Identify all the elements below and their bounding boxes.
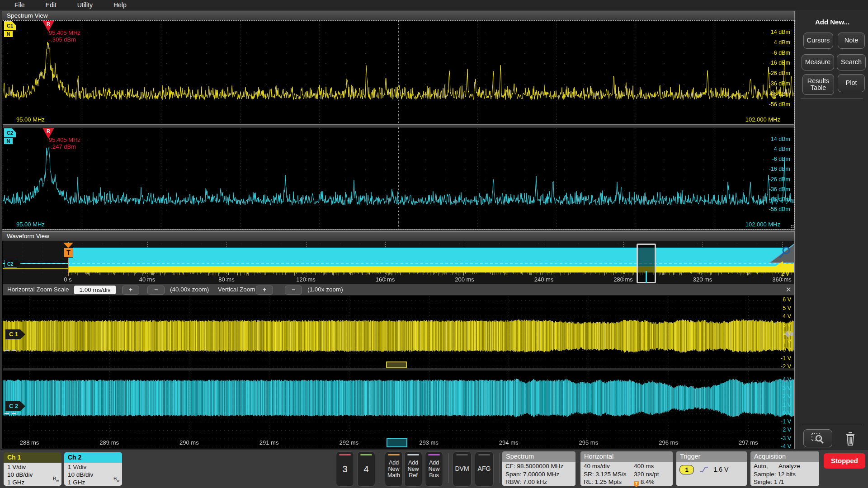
rbw-value: RBW: 7.00 kHz [505,478,576,486]
channel-badge-ch-2[interactable]: Ch 21 V/div10 dB/div1 GHzBw [64,452,122,486]
menu-utility[interactable]: Utility [71,1,99,9]
add-new-note-button[interactable]: Note [838,33,865,49]
horizontal-zoom-out-button[interactable]: − [147,286,165,295]
dbm-label: 4 dBm [774,146,790,152]
button-label: Add New Math [385,460,402,479]
zoom-mode-button[interactable] [803,429,832,447]
button-group-divider [448,453,448,483]
trash-icon[interactable] [844,430,857,446]
menu-file[interactable]: File [8,1,31,9]
status-bar: Ch 11 V/div10 dB/div1 GHzBwCh 21 V/div10… [0,449,868,488]
trigger-position-marker[interactable]: T [63,243,73,257]
zoom-window-selector[interactable] [637,244,656,283]
spectrum-view-title-text: Spectrum View [7,12,48,19]
dbm-label: -6 dBm [772,50,790,56]
dbm-label: -46 dBm [769,196,790,202]
dbm-label: -56 dBm [769,101,790,108]
horizontal-zoom-scale-value[interactable]: 1.00 ms/div [74,286,116,294]
acquisition-settings-panel[interactable]: Acquisition Auto,Analyze Sample: 12 bits… [750,451,819,486]
add-new-math-button[interactable]: Add New Math [385,451,403,487]
dbm-label: 14 dBm [771,136,790,142]
dbm-label: -6 dBm [772,156,790,162]
record-length-value: RL: 1.25 Mpts [584,479,622,485]
dbm-label: -16 dBm [769,60,790,66]
dbm-label: -26 dBm [769,70,790,76]
add-new-cursors-button[interactable]: Cursors [803,33,833,49]
panel-resize-grip[interactable] [791,225,795,230]
zoomed-time-label: 296 ms [655,439,682,446]
add-new-search-button[interactable]: Search [837,54,866,70]
acquisition-mode: Auto, [754,463,768,469]
channel-scale: 1 V/div [68,463,122,471]
run-state-button[interactable]: Stopped [824,453,865,469]
button-color-stripe [456,454,468,455]
waveform-trace-ch2 [3,371,794,448]
channel-badge-ch-1[interactable]: Ch 11 V/div10 dB/div1 GHzBw [4,452,61,486]
add-new-bus-button[interactable]: Add New Bus [425,451,443,487]
spectrum-view-title: Spectrum View [2,11,794,21]
add-new-plot-button[interactable]: Plot [838,74,865,92]
overview-waveform [3,241,794,284]
horizontal-settings-panel[interactable]: Horizontal 40 ms/div400 ms SR: 3.125 MS/… [580,451,673,486]
overview-time-label: 280 ms [611,276,636,283]
dbm-label: -26 dBm [769,176,790,183]
add-new-results-table-button[interactable]: Results Table [802,74,834,95]
marker-frequency: 95.405 MHz [49,136,80,143]
acquisition-panel-title: Acquisition [750,451,819,462]
afg-button[interactable]: AFG [475,451,494,487]
horizontal-zoom-factor: (40.00x zoom) [170,286,209,293]
vertical-zoom-in-button[interactable]: + [256,286,273,295]
vertical-zoom-out-button[interactable]: − [285,286,302,295]
trigger-settings-panel[interactable]: Trigger 1 1.6 V [676,451,747,486]
channel-badge-body: 1 V/div10 dB/div1 GHzBw [64,463,122,486]
start-frequency-label: 95.00 MHz [16,116,45,123]
volt-label-ch2: 3 V [783,385,791,391]
3-button[interactable]: 3 [336,451,354,487]
zoom-region-icon [811,432,825,444]
horizontal-zoom-in-button[interactable]: + [122,286,139,295]
menu-help[interactable]: Help [107,1,133,9]
button-color-stripe [339,454,351,455]
horizontal-window-value: 400 ms [634,462,654,470]
channel-tag-label: C1 [4,21,16,30]
volt-label-ch2: -1 V [781,418,791,425]
spectrum-plot-ch2: C2 N R 95.405 MHz -.247 dBm 95.00 MHz 10… [3,127,794,229]
spectrum-splitter[interactable] [3,124,794,127]
dvm-button[interactable]: DVM [453,451,472,487]
menu-edit[interactable]: Edit [39,1,63,9]
search-mark-badge-yellow[interactable] [386,361,407,368]
zoomed-time-label: 288 ms [16,439,43,446]
add-new-ref-button[interactable]: Add New Ref [404,451,422,487]
sidebar-divider [801,425,863,425]
results-bar: Add New... CursorsNoteMeasureSearchResul… [796,10,868,449]
button-group-divider [379,453,379,483]
dbm-label: -16 dBm [769,166,790,172]
button-label: DVM [454,465,470,473]
overview-time-label: 240 ms [531,276,557,283]
4-button[interactable]: 4 [357,451,375,487]
close-zoom-icon[interactable]: ✕ [786,286,792,294]
channel-scale: 1 V/div [7,463,61,471]
channel-tag-label: C2 [4,128,16,137]
channel-tag-c2[interactable]: C2 N [4,128,16,144]
vertical-zoom-label: Vertical Zoom [218,286,255,293]
add-new-measure-button[interactable]: Measure [802,54,834,70]
reference-marker-flag: R [47,21,50,27]
zoomed-time-label: 289 ms [96,439,123,446]
horizontal-zoom-scale-label: Horizontal Zoom Scale [7,286,69,293]
dbm-label: -56 dBm [769,206,790,212]
search-mark-badge-cyan[interactable] [387,438,407,447]
rising-edge-icon [699,466,708,473]
spectrum-settings-panel[interactable]: Spectrum CF: 98.5000000 MHz Span: 7.0000… [502,451,576,486]
bandwidth-limit-icon: Bw [113,475,119,484]
button-color-stripe [388,454,400,455]
channel-tag-c1[interactable]: C1 N [4,21,16,37]
channel-badge-title: Ch 2 [64,452,122,463]
acquisition-sample-bits: Sample: 12 bits [754,470,819,479]
button-label: Add New Bus [425,460,443,479]
acquisition-single-count: Single: 1 /1 [754,478,819,486]
button-group-divider [500,453,500,483]
trigger-marker-label: T [64,248,73,258]
sample-rate-value: SR: 3.125 MS/s [584,471,627,478]
trigger-level-value: 1.6 V [714,466,729,473]
